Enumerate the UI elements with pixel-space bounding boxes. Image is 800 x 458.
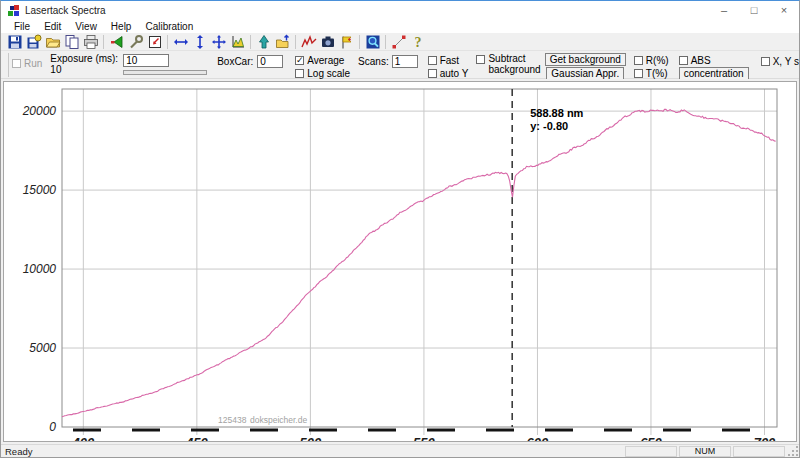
cursor-wavelength-label: 588.88 nm bbox=[530, 107, 583, 119]
load-reference-icon[interactable] bbox=[107, 33, 126, 50]
x-tick-label: 650 bbox=[640, 435, 662, 441]
xy-space-checkbox-box[interactable] bbox=[761, 57, 770, 66]
peak-search-icon[interactable] bbox=[254, 33, 273, 50]
status-message: Ready bbox=[1, 446, 625, 457]
save-config-icon[interactable] bbox=[24, 33, 43, 50]
fast-label: Fast bbox=[440, 55, 459, 66]
cursor-y-label: y: -0.80 bbox=[530, 120, 568, 132]
toolbar-separator bbox=[103, 35, 104, 49]
subtract-background-checkbox[interactable]: Subtract background bbox=[476, 54, 540, 66]
help-icon[interactable]: ? bbox=[408, 33, 427, 50]
save-icon[interactable] bbox=[5, 33, 24, 50]
subtract-background-checkbox-box[interactable] bbox=[476, 55, 485, 64]
print-icon[interactable] bbox=[81, 33, 100, 50]
spectrum-overlay-icon[interactable] bbox=[299, 33, 318, 50]
menu-bar: File Edit View Help Calibration bbox=[1, 20, 799, 33]
chart-area: 4004505005506006507000500010000150002000… bbox=[1, 79, 799, 444]
x-tick-label: 700 bbox=[754, 435, 776, 441]
auto-y-checkbox[interactable]: auto Y bbox=[428, 67, 469, 79]
fast-checkbox-box[interactable] bbox=[428, 56, 437, 65]
app-logo-icon bbox=[8, 5, 19, 16]
toolbar-separator bbox=[167, 35, 168, 49]
average-checkbox[interactable]: ✓ Average bbox=[295, 54, 350, 66]
t-percent-checkbox-box[interactable] bbox=[634, 69, 643, 78]
abs-checkbox-box[interactable] bbox=[679, 56, 688, 65]
menu-edit[interactable]: Edit bbox=[37, 20, 68, 33]
menu-calibration[interactable]: Calibration bbox=[138, 20, 200, 33]
t-percent-label: T(%) bbox=[646, 68, 668, 79]
auto-y-checkbox-box[interactable] bbox=[428, 69, 437, 78]
settings-wrench-icon[interactable] bbox=[126, 33, 145, 50]
autoscale-chart-icon[interactable] bbox=[228, 33, 247, 50]
fit-all-icon[interactable] bbox=[209, 33, 228, 50]
status-panel-scrl bbox=[733, 446, 785, 457]
maximize-button[interactable]: □ bbox=[739, 1, 769, 20]
fast-checkbox[interactable]: Fast bbox=[428, 54, 469, 66]
subtract-label-line2: background bbox=[488, 65, 540, 75]
toolbar-separator bbox=[295, 35, 296, 49]
y-tick-label: 20000 bbox=[22, 104, 57, 118]
exposure-progress-bar bbox=[123, 70, 207, 75]
r-percent-checkbox-box[interactable] bbox=[634, 56, 643, 65]
fit-vertical-icon[interactable] bbox=[190, 33, 209, 50]
camera-snapshot-icon[interactable] bbox=[318, 33, 337, 50]
linear-fit-icon[interactable] bbox=[389, 33, 408, 50]
scans-input[interactable] bbox=[392, 55, 418, 68]
exposure-readout: 10 bbox=[50, 65, 118, 75]
menu-view[interactable]: View bbox=[68, 20, 104, 33]
get-background-button[interactable]: Get background bbox=[545, 53, 626, 66]
toolbar-controls: Run Exposure (ms): 10 BoxCar: ✓ Average … bbox=[1, 51, 799, 79]
run-label: Run bbox=[24, 58, 42, 69]
x-tick-label: 450 bbox=[185, 435, 208, 441]
close-button[interactable]: × bbox=[769, 1, 799, 20]
abs-checkbox[interactable]: ABS bbox=[679, 54, 711, 66]
x-tick-label: 500 bbox=[300, 435, 322, 441]
app-window: Lasertack Spectra – □ × File Edit View H… bbox=[0, 0, 800, 458]
open-icon[interactable] bbox=[43, 33, 62, 50]
average-checkbox-box[interactable]: ✓ bbox=[295, 56, 304, 65]
x-tick-label: 600 bbox=[527, 435, 549, 441]
fit-horizontal-icon[interactable] bbox=[171, 33, 190, 50]
scans-label: Scans: bbox=[358, 56, 389, 67]
y-tick-label: 10000 bbox=[23, 262, 57, 276]
boxcar-label: BoxCar: bbox=[217, 56, 253, 67]
spectrum-plot[interactable]: 4004505005506006507000500010000150002000… bbox=[3, 81, 797, 442]
marker-flag-icon[interactable] bbox=[337, 33, 356, 50]
run-checkbox[interactable]: Run bbox=[12, 57, 42, 69]
xy-space-label: X, Y space bbox=[773, 56, 800, 67]
window-title: Lasertack Spectra bbox=[25, 5, 106, 16]
status-panel-caps bbox=[625, 446, 677, 457]
minimize-button[interactable]: – bbox=[709, 1, 739, 20]
status-panel-num: NUM bbox=[679, 446, 731, 457]
x-tick-label: 550 bbox=[413, 435, 435, 441]
toolbar-separator bbox=[385, 35, 386, 49]
export-region-icon[interactable] bbox=[145, 33, 164, 50]
title-bar: Lasertack Spectra – □ × bbox=[1, 1, 799, 20]
exposure-input[interactable] bbox=[123, 54, 169, 67]
exposure-label: Exposure (ms): bbox=[50, 54, 118, 64]
toolbar-icons: ? bbox=[1, 33, 799, 51]
menu-file[interactable]: File bbox=[7, 20, 37, 33]
y-tick-label: 15000 bbox=[23, 183, 57, 197]
svg-text:?: ? bbox=[414, 35, 421, 50]
spectrum-curve bbox=[62, 109, 776, 416]
y-tick-label: 0 bbox=[49, 420, 56, 434]
status-bar: Ready NUM bbox=[1, 444, 799, 457]
load-spectrum-folder-icon[interactable] bbox=[273, 33, 292, 50]
plot-border bbox=[62, 89, 777, 427]
xy-space-checkbox[interactable]: X, Y space bbox=[761, 55, 800, 67]
log-scale-checkbox-box[interactable] bbox=[295, 69, 304, 78]
copy-icon[interactable] bbox=[62, 33, 81, 50]
r-percent-checkbox[interactable]: R(%) bbox=[634, 54, 669, 66]
zoom-icon[interactable] bbox=[363, 33, 382, 50]
toolbar-separator bbox=[250, 35, 251, 49]
boxcar-input[interactable] bbox=[257, 55, 283, 68]
t-percent-checkbox[interactable]: T(%) bbox=[634, 67, 669, 79]
menu-help[interactable]: Help bbox=[104, 20, 139, 33]
run-checkbox-box[interactable] bbox=[12, 59, 21, 68]
y-tick-label: 5000 bbox=[29, 341, 56, 355]
log-scale-checkbox[interactable]: Log scale bbox=[295, 67, 350, 79]
log-scale-label: Log scale bbox=[307, 68, 350, 79]
resize-grip[interactable] bbox=[787, 445, 799, 457]
x-tick-label: 400 bbox=[71, 435, 94, 441]
